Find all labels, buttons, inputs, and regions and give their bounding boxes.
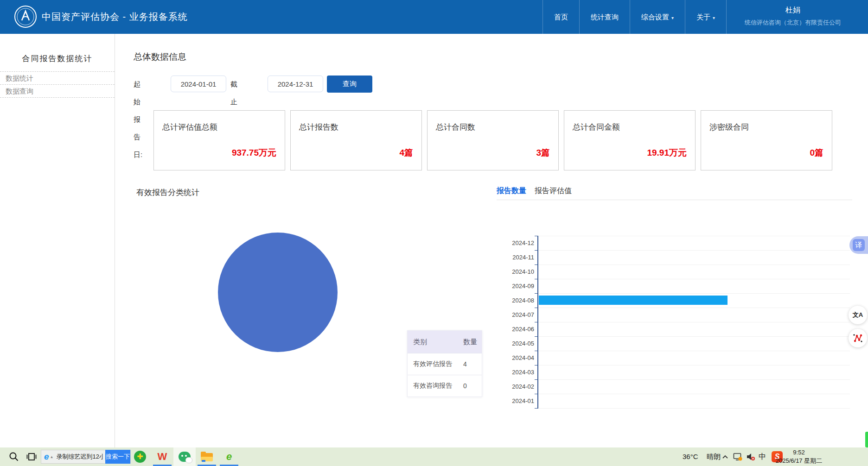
translate-pill-label: 译 — [853, 239, 865, 251]
bar-chart-plot — [538, 236, 850, 409]
y-axis-tick — [535, 308, 537, 308]
y-axis-tick — [535, 236, 537, 236]
nav-menu: 首页统计查询综合设置▾关于▾ — [542, 0, 727, 34]
gridline — [539, 336, 850, 337]
stat-card-2: 总计报告数4篇 — [290, 110, 422, 170]
user-info[interactable]: 杜娟 统信评估咨询（北京）有限责任公司 — [718, 0, 868, 34]
user-company: 统信评估咨询（北京）有限责任公司 — [718, 19, 868, 27]
stat-card-value: 4篇 — [399, 147, 413, 159]
app-browser-icon[interactable]: e — [218, 447, 240, 466]
y-tick-label: 2024-02 — [482, 379, 534, 394]
clock-time: 9:52 — [773, 449, 824, 456]
stat-card-4: 总计合同金额19.91万元 — [564, 110, 696, 170]
stat-card-title: 总计评估值总额 — [162, 122, 217, 132]
caret-up-icon: ▲ — [50, 455, 54, 459]
translate-pill-button[interactable]: 译 — [849, 236, 868, 254]
y-axis-tick — [535, 293, 537, 294]
stat-card-title: 总计合同数 — [436, 122, 475, 132]
taskbar-search-box[interactable]: e ▲ 录制综艺迟到12小时 搜索一下 — [41, 450, 131, 464]
table-row-1: 有效评估报告4 — [408, 353, 482, 375]
nav-item-2[interactable]: 统计查询 — [579, 0, 630, 34]
taskbar-search-icon[interactable] — [6, 447, 22, 466]
screen: 中国资产评估协会 - 业务报备系统 首页统计查询综合设置▾关于▾ 杜娟 统信评估… — [0, 0, 868, 466]
app-file-explorer-icon[interactable] — [196, 447, 218, 466]
pie-section-title: 有效报告分类统计 — [136, 187, 199, 198]
tray-display-icon[interactable] — [732, 447, 744, 466]
stat-cards-row: 总计评估值总额937.75万元总计报告数4篇总计合同数3篇总计合同金额19.91… — [153, 110, 832, 170]
y-axis-tick — [535, 336, 537, 337]
taskbar-clock[interactable]: 9:52 2025/6/17 星期二 — [773, 447, 824, 466]
ie-icon: e — [44, 452, 49, 462]
clock-date: 2025/6/17 星期二 — [773, 457, 824, 465]
y-tick-label: 2024-04 — [482, 351, 534, 365]
taskbar-search-text: 录制综艺迟到12小时 — [57, 453, 103, 461]
y-tick-label: 2024-08 — [482, 293, 534, 308]
row-count: 0 — [463, 375, 467, 397]
chevron-down-icon: ▾ — [713, 15, 715, 20]
taskbar: e ▲ 录制综艺迟到12小时 搜索一下 ✚ W e 1 36°C 晴朗 — [0, 447, 868, 466]
y-tick-label: 2024-05 — [482, 336, 534, 351]
bar-2024-08 — [539, 296, 728, 305]
app-360-icon[interactable]: ✚ — [129, 447, 151, 466]
navbar: 中国资产评估协会 - 业务报备系统 首页统计查询综合设置▾关于▾ 杜娟 统信评估… — [0, 0, 868, 34]
y-tick-label: 2024-09 — [482, 279, 534, 293]
table-row-2: 有效咨询报告0 — [408, 375, 482, 397]
gridline — [539, 394, 850, 394]
gridline — [539, 279, 850, 279]
app-wps-icon[interactable]: W — [151, 447, 173, 466]
network-icon — [853, 333, 863, 343]
y-axis-line — [537, 236, 538, 409]
bar-chart-ylabels: 2024-122024-112024-102024-092024-082024-… — [482, 236, 534, 409]
network-float-button[interactable] — [849, 329, 867, 347]
translate-float-button[interactable]: 文A — [849, 306, 867, 324]
end-date-label: 截止报告日: — [230, 76, 239, 93]
sidebar-item-1[interactable]: 数据统计 — [0, 72, 115, 85]
gridline — [539, 322, 850, 322]
weather-temp[interactable]: 36°C — [683, 447, 698, 466]
gridline — [539, 250, 850, 251]
col-header-category: 类别 — [413, 331, 427, 353]
task-view-icon[interactable] — [24, 447, 39, 466]
y-tick-label: 2024-06 — [482, 322, 534, 336]
gridline — [539, 293, 850, 294]
y-axis-tick — [535, 279, 537, 279]
taskbar-search-button[interactable]: 搜索一下 — [105, 450, 130, 464]
y-axis-tick — [535, 408, 537, 409]
tray-ime-icon[interactable]: 中 — [759, 447, 766, 466]
gridline — [539, 379, 850, 380]
report-tabs: 报告数量报告评估值 — [497, 186, 572, 196]
app-wechat-icon[interactable] — [173, 447, 196, 466]
edge-indicator — [865, 432, 868, 447]
nav-item-3[interactable]: 综合设置▾ — [630, 0, 685, 34]
overview-section-title: 总体数据信息 — [134, 51, 186, 63]
weather-desc[interactable]: 晴朗 — [707, 447, 721, 466]
stat-card-5: 涉密级合同0篇 — [701, 110, 832, 170]
category-table: 类别 数量 有效评估报告4有效咨询报告0 — [407, 330, 482, 397]
sidebar-item-2[interactable]: 数据查询 — [0, 85, 115, 98]
end-date-input[interactable] — [268, 76, 323, 92]
row-category: 有效咨询报告 — [413, 375, 452, 397]
tray-chevron-up-icon[interactable] — [720, 447, 731, 466]
start-date-input[interactable] — [171, 76, 226, 92]
nav-item-1[interactable]: 首页 — [542, 0, 579, 34]
stat-card-3: 总计合同数3篇 — [427, 110, 559, 170]
y-axis-tick — [535, 250, 537, 251]
sidebar: 合同报告数据统计 数据统计数据查询 — [0, 34, 115, 447]
y-axis-tick — [535, 351, 537, 351]
y-tick-label: 2024-03 — [482, 365, 534, 379]
row-count: 4 — [463, 353, 467, 375]
y-axis-tick — [535, 365, 537, 365]
row-category: 有效评估报告 — [413, 353, 452, 375]
tray-volume-muted-icon[interactable] — [745, 447, 757, 466]
y-tick-label: 2024-12 — [482, 236, 534, 250]
tab-2[interactable]: 报告评估值 — [535, 186, 572, 196]
chevron-down-icon: ▾ — [671, 15, 674, 20]
query-button[interactable]: 查询 — [327, 76, 372, 93]
gridline — [539, 236, 850, 236]
y-tick-label: 2024-11 — [482, 250, 534, 264]
category-table-body: 有效评估报告4有效咨询报告0 — [408, 353, 482, 397]
tab-1[interactable]: 报告数量 — [497, 186, 526, 196]
stat-card-value: 19.91万元 — [647, 147, 687, 159]
y-axis-tick — [535, 264, 537, 265]
user-name: 杜娟 — [718, 6, 868, 15]
